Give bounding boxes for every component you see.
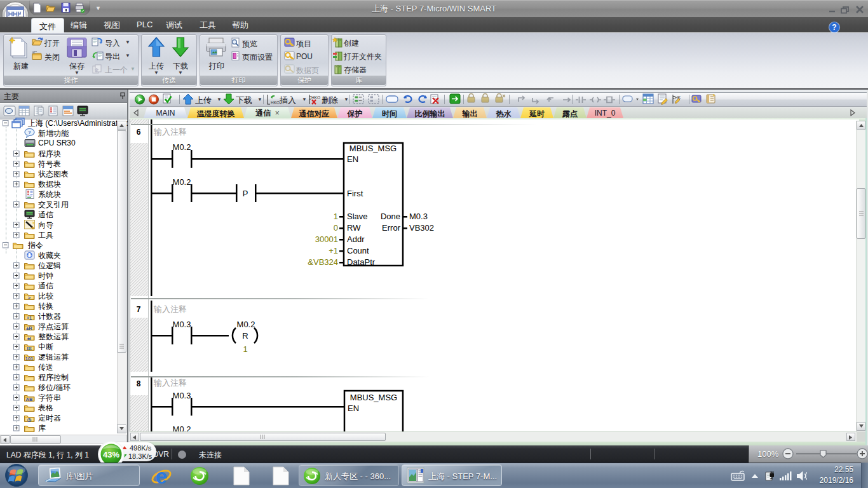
svg-text:e: e <box>156 465 167 487</box>
svg-text:EN: EN <box>347 154 358 164</box>
svg-text:AB: AB <box>26 396 33 402</box>
svg-text:Slave: Slave <box>347 212 368 221</box>
svg-text:MBUS_MSG: MBUS_MSG <box>349 144 397 153</box>
svg-text:43%: 43% <box>103 450 119 459</box>
svg-text:Done: Done <box>381 212 400 221</box>
svg-text:M0.3: M0.3 <box>173 320 191 329</box>
svg-text:◷: ◷ <box>27 417 32 423</box>
svg-text:+1: +1 <box>329 246 338 255</box>
svg-text:M0.2: M0.2 <box>173 177 191 187</box>
svg-text:RW: RW <box>347 223 361 233</box>
svg-text:0: 0 <box>334 223 338 233</box>
svg-text:R: R <box>242 331 248 341</box>
svg-text:输入注释: 输入注释 <box>153 127 187 137</box>
svg-text:101: 101 <box>25 356 34 362</box>
svg-text:498K/s: 498K/s <box>130 444 152 452</box>
svg-text:输入注释: 输入注释 <box>153 304 187 314</box>
svg-text:EN: EN <box>348 403 359 413</box>
svg-text:HKO: HKO <box>271 100 280 105</box>
svg-text:±R: ±R <box>26 325 32 331</box>
svg-text:8: 8 <box>137 379 141 388</box>
svg-text:M0.3: M0.3 <box>173 391 191 400</box>
svg-text:Addr: Addr <box>347 234 365 244</box>
svg-text:1: 1 <box>243 344 247 354</box>
svg-text:Count: Count <box>347 246 369 255</box>
svg-text:30001: 30001 <box>315 234 338 244</box>
svg-text:P: P <box>243 189 248 198</box>
svg-text:HKO: HKO <box>311 95 320 100</box>
svg-text:?: ? <box>832 23 836 32</box>
svg-text:1: 1 <box>334 212 338 221</box>
svg-text:18.3K/s: 18.3K/s <box>128 452 153 460</box>
svg-text:?: ? <box>28 130 31 135</box>
svg-text:M0.3: M0.3 <box>409 212 428 221</box>
svg-text:HK: HK <box>675 95 681 100</box>
svg-text:M0.2: M0.2 <box>173 142 191 152</box>
svg-text:>: > <box>28 295 31 301</box>
svg-text:7: 7 <box>137 305 141 314</box>
svg-text:M0.2: M0.2 <box>237 320 255 329</box>
svg-text:±I: ±I <box>27 336 31 341</box>
svg-text:输入注释: 输入注释 <box>153 378 187 388</box>
svg-text:MBUS_MSG: MBUS_MSG <box>350 393 397 402</box>
svg-text:+1: +1 <box>27 315 32 321</box>
svg-text:DataPtr: DataPtr <box>347 257 376 267</box>
svg-text:First: First <box>347 189 363 198</box>
svg-text:6: 6 <box>137 128 141 137</box>
svg-text:ttt: ttt <box>27 346 32 351</box>
svg-text:&VB324: &VB324 <box>308 257 338 267</box>
svg-text:VB302: VB302 <box>409 223 434 233</box>
svg-text:Error: Error <box>382 223 401 233</box>
svg-text:M0.2: M0.2 <box>173 424 191 431</box>
